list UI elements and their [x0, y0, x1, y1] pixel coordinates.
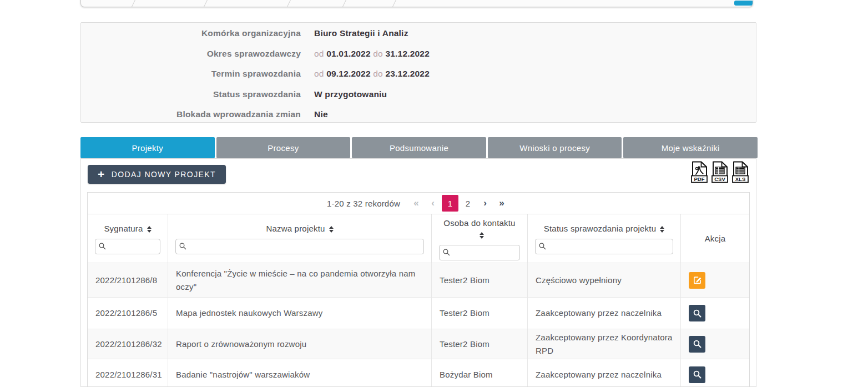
cell-sygnatura: 2022/2101286/31: [88, 359, 168, 387]
table-header-row: Sygnatura Nazwa projektu Osoba do kontak…: [88, 214, 749, 263]
cell-nazwa: Raport o zrównoważonym rozwoju: [168, 329, 432, 359]
step-separator: [202, 0, 211, 7]
cell-status: Zaakceptowany przez Koordynatora RPD: [528, 329, 681, 359]
info-label: Blokada wprowadzania zmian: [81, 109, 301, 119]
first-page-button[interactable]: «: [408, 198, 425, 209]
cell-sygnatura: 2022/2101286/5: [88, 298, 168, 329]
search-input-status[interactable]: [535, 239, 673, 254]
info-value: od 01.01.2022 do 31.12.2022: [314, 49, 430, 59]
info-row-period: Okres sprawozdawczy od 01.01.2022 do 31.…: [81, 44, 756, 64]
cell-osoba: Tester2 Biom: [432, 263, 528, 297]
cell-nazwa: Mapa jednostek naukowych Warszawy: [168, 298, 432, 329]
tab-wnioski-o-procesy[interactable]: Wnioski o procesy: [488, 137, 622, 158]
view-project-button[interactable]: [689, 336, 705, 353]
export-csv-button[interactable]: CSV: [710, 161, 729, 186]
info-row-unit: Komórka organizacyjna Biuro Strategii i …: [81, 23, 756, 44]
svg-text:PDF: PDF: [694, 176, 705, 182]
info-value: Biuro Strategii i Analiz: [314, 28, 408, 38]
column-header-status: Status sprawozdania projektu: [528, 214, 681, 263]
sort-icon[interactable]: [147, 226, 152, 233]
export-xls-icon: XLS: [731, 161, 750, 184]
column-header-akcja: Akcja: [681, 214, 749, 263]
wizard-steps-bar: [80, 0, 753, 7]
report-info-panel: Komórka organizacyjna Biuro Strategii i …: [80, 22, 756, 123]
export-xls-button[interactable]: XLS: [731, 161, 750, 186]
search-input-nazwa-projektu[interactable]: [175, 239, 424, 254]
info-label: Komórka organizacyjna: [81, 28, 301, 38]
edit-project-button[interactable]: [689, 272, 705, 289]
cell-status: Częściowo wypełniony: [528, 263, 681, 297]
cell-osoba: Bożydar Biom: [432, 359, 528, 387]
magnifier-icon: [693, 339, 702, 349]
cell-sygnatura: 2022/2101286/8: [88, 263, 168, 297]
info-value: Nie: [314, 109, 328, 119]
export-csv-icon: CSV: [710, 161, 729, 184]
view-project-button[interactable]: [689, 366, 705, 383]
step-separator: [341, 0, 350, 7]
projects-table: 1-20 z 32 rekordów « ‹ 1 2 › » Sygnatura…: [87, 192, 750, 387]
add-new-project-button[interactable]: + DODAJ NOWY PROJEKT: [88, 165, 226, 184]
view-project-button[interactable]: [689, 305, 705, 321]
table-row: 2022/2101286/5 Mapa jednostek naukowych …: [88, 298, 749, 329]
column-header-sygnatura: Sygnatura: [88, 214, 168, 263]
info-label: Status sprawozdania: [81, 89, 301, 99]
cell-nazwa: Konferencja "Życie w mieście – na co pan…: [168, 263, 432, 297]
search-input-sygnatura[interactable]: [95, 239, 160, 254]
page-button-1[interactable]: 1: [442, 195, 458, 212]
export-buttons: PDF CSV: [690, 161, 750, 186]
cell-sygnatura: 2022/2101286/32: [88, 329, 168, 359]
projects-panel: + DODAJ NOWY PROJEKT PDF: [80, 158, 756, 387]
info-label: Okres sprawozdawczy: [81, 49, 301, 59]
last-page-button[interactable]: »: [493, 198, 510, 209]
magnifier-icon: [693, 370, 702, 379]
tab-projekty[interactable]: Projekty: [80, 137, 215, 158]
page-button-2[interactable]: 2: [460, 195, 476, 212]
cell-osoba: Tester2 Biom: [432, 298, 528, 329]
info-value: W przygotowaniu: [314, 89, 387, 99]
cell-akcja: [681, 298, 749, 329]
step-separator: [130, 0, 139, 7]
export-pdf-icon: PDF: [690, 161, 709, 184]
info-row-deadline: Termin sprawozdania od 09.12.2022 do 23.…: [81, 64, 756, 84]
cell-status: Zaakceptowany przez naczelnika: [528, 298, 681, 329]
info-row-status: Status sprawozdania W przygotowaniu: [81, 84, 756, 105]
table-row: 2022/2101286/32 Raport o zrównoważonym r…: [88, 329, 749, 359]
step-separator: [285, 0, 294, 7]
export-pdf-button[interactable]: PDF: [690, 161, 709, 186]
table-row: 2022/2101286/8 Konferencja "Życie w mieś…: [88, 263, 749, 298]
svg-text:CSV: CSV: [714, 176, 725, 182]
table-row: 2022/2101286/31 Badanie "nastrojów" wars…: [88, 359, 749, 387]
cell-akcja: [681, 263, 749, 297]
records-summary: 1-20 z 32 rekordów: [327, 199, 400, 208]
cell-nazwa: Badanie "nastrojów" warszawiaków: [168, 359, 432, 387]
prev-page-button[interactable]: ‹: [425, 198, 441, 209]
column-header-osoba-do-kontaktu: Osoba do kontaktu: [432, 214, 528, 263]
add-new-project-label: DODAJ NOWY PROJEKT: [112, 170, 216, 179]
tab-moje-wskazniki[interactable]: Moje wskaźniki: [623, 137, 758, 158]
cell-akcja: [681, 359, 749, 387]
info-label: Termin sprawozdania: [81, 69, 301, 79]
column-header-nazwa-projektu: Nazwa projektu: [168, 214, 432, 263]
next-page-button[interactable]: ›: [477, 198, 493, 209]
edit-icon: [693, 275, 702, 285]
info-row-lock: Blokada wprowadzania zmian Nie: [81, 104, 756, 125]
sort-icon[interactable]: [480, 232, 484, 239]
search-input-osoba-do-kontaktu[interactable]: [439, 245, 520, 260]
tab-procesy[interactable]: Procesy: [216, 137, 351, 158]
cell-status: Zaakceptowany przez naczelnika: [528, 359, 681, 387]
tab-bar: Projekty Procesy Podsumowanie Wnioski o …: [80, 137, 758, 158]
sort-icon[interactable]: [660, 226, 664, 233]
sort-icon[interactable]: [329, 226, 334, 233]
top-bar-button-fragment[interactable]: [734, 1, 753, 6]
tab-podsumowanie[interactable]: Podsumowanie: [352, 137, 486, 158]
plus-icon: +: [98, 168, 105, 180]
cell-osoba: Tester2 Biom: [432, 329, 528, 359]
info-value: od 09.12.2022 do 23.12.2022: [314, 69, 430, 79]
magnifier-icon: [693, 309, 702, 318]
step-separator: [391, 0, 400, 7]
pagination-bar: 1-20 z 32 rekordów « ‹ 1 2 › »: [88, 193, 749, 214]
svg-text:XLS: XLS: [735, 176, 745, 182]
cell-akcja: [681, 329, 749, 359]
